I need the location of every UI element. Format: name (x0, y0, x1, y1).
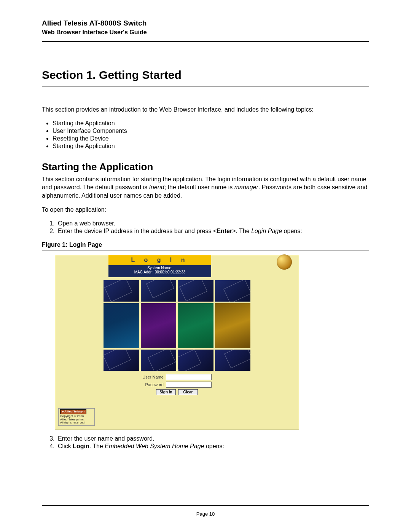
art-row (103, 350, 251, 371)
art-cell (104, 350, 139, 371)
art-shape (104, 280, 132, 302)
login-footer-box: ▸ Allied Telesyn Copyright © 2006 Allied… (58, 408, 95, 426)
italic-text: manager (234, 184, 258, 190)
mac-value: 00:00:b0:01:22:33 (155, 270, 186, 274)
art-shape (224, 350, 250, 368)
art-cell (178, 350, 213, 371)
signin-button[interactable]: Sign in (156, 389, 176, 395)
art-cell (215, 303, 251, 348)
username-label: User Name (142, 375, 164, 379)
topic-item: User Interface Components (53, 128, 369, 134)
login-banner-row: L o g I n (55, 255, 299, 265)
section-title-rule (42, 86, 369, 86)
topics-list: Starting the Application User Interface … (53, 120, 369, 150)
subsection-paragraph: This section contains information for st… (42, 175, 369, 200)
italic-text: friend (149, 184, 164, 190)
clear-button[interactable]: Clear (178, 389, 198, 395)
art-cell (104, 303, 139, 348)
login-page-figure: L o g I n System Name: MAC Addr: 00:00:b… (55, 255, 299, 430)
page-footer: Page 10 (42, 500, 369, 517)
company-line: Allied Telesyn Inc. (60, 418, 84, 421)
copyright-line: Copyright © 2006 (60, 414, 84, 418)
document-page: Allied Telesis AT-8000S Switch Web Brows… (0, 0, 411, 532)
art-cell (141, 280, 177, 302)
text: ; the default user name is (164, 184, 234, 190)
step-item: Open a web browser. (56, 220, 369, 227)
bold-text: Login (73, 443, 89, 449)
step-item: Click Login. The Embedded Web System Hom… (56, 443, 369, 450)
art-cell (215, 350, 251, 371)
italic-text: Embedded Web System Home Page (105, 443, 204, 449)
login-buttons: Sign in Clear (55, 389, 299, 395)
step-item: Enter the user name and password. (56, 435, 369, 442)
text: Enter the device IP address in the addre… (58, 228, 217, 234)
doc-header-subtitle: Web Browser Interface User's Guide (42, 29, 369, 36)
username-input[interactable] (166, 374, 212, 380)
mac-label: MAC Addr: (134, 270, 153, 274)
doc-header-title: Allied Telesis AT-8000S Switch (42, 19, 369, 27)
art-shape (223, 280, 250, 302)
topic-item: Resetting the Device (53, 135, 369, 142)
password-input[interactable] (166, 382, 212, 388)
steps-list-1: Open a web browser. Enter the device IP … (49, 220, 369, 235)
subsection-title: Starting the Application (42, 161, 369, 173)
figure-caption: Figure 1: Login Page (42, 241, 369, 248)
art-row (103, 303, 251, 348)
art-cell (104, 280, 139, 302)
section-title: Section 1. Getting Started (42, 69, 369, 81)
art-cell (141, 303, 177, 348)
password-label: Password (142, 382, 164, 387)
vendor-logo: ▸ Allied Telesyn (60, 409, 86, 414)
figure-rule (42, 251, 369, 251)
to-open-line: To open the application: (42, 206, 369, 214)
art-shape (178, 350, 201, 371)
italic-text: Login Page (251, 228, 282, 234)
art-shape (148, 350, 176, 371)
art-shape (104, 350, 131, 370)
bold-text: Enter (217, 228, 232, 234)
topic-item: Starting the Application (53, 143, 369, 150)
art-row (103, 280, 251, 302)
text: opens: (204, 443, 224, 449)
login-form: User Name Password (55, 374, 299, 388)
art-shape (179, 280, 207, 301)
rights-line: All rights reserved. (60, 421, 85, 424)
system-name-label: System Name: (147, 266, 172, 270)
footer-rule (42, 505, 369, 506)
text: opens: (282, 228, 302, 234)
login-banner: L o g I n (108, 255, 211, 265)
art-cell (215, 280, 251, 302)
login-footer: ▸ Allied Telesyn Copyright © 2006 Allied… (58, 408, 95, 426)
text: >. The (232, 228, 251, 234)
vendor-logo-label: Allied Telesyn (64, 410, 84, 413)
topic-item: Starting the Application (53, 120, 369, 127)
text: Click (58, 443, 73, 449)
art-cell (178, 303, 213, 348)
globe-icon (277, 254, 292, 270)
art-shape (146, 280, 174, 298)
step-item: Enter the device IP address in the addre… (56, 228, 369, 235)
text: . The (89, 443, 105, 449)
intro-paragraph: This section provides an introduction to… (42, 105, 369, 114)
art-cell (141, 350, 177, 371)
login-artwork (103, 280, 251, 371)
art-cell (178, 280, 213, 302)
header-rule (42, 41, 369, 42)
steps-list-2: Enter the user name and password. Click … (49, 435, 369, 450)
page-number: Page 10 (196, 511, 215, 517)
login-info-strip: System Name: MAC Addr: 00:00:b0:01:22:33 (108, 265, 211, 277)
